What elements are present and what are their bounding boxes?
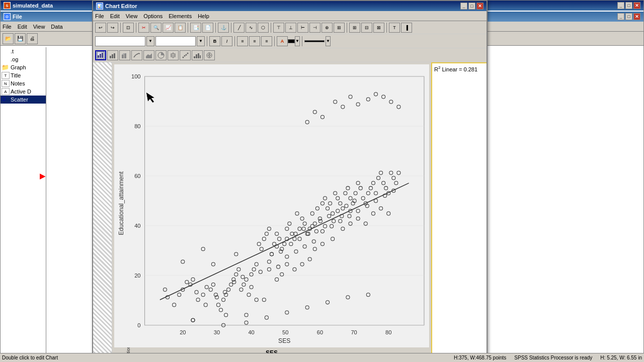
ce-minimize-btn[interactable]: _ — [460, 3, 467, 10]
print-btn[interactable]: 🖨 — [27, 33, 38, 44]
font-name-input[interactable] — [95, 36, 145, 46]
scatter-btn[interactable] — [180, 50, 191, 60]
nav-icon-graph: 📁 — [2, 64, 10, 71]
align-ctr-btn[interactable]: ⊕ — [321, 23, 333, 33]
nav-item-title[interactable]: T Title — [1, 71, 46, 79]
chart-editor-window: 📊 Chart Editor _ □ ✕ File Edit View Opti… — [92, 0, 488, 359]
spss-tab-label: simulated_data — [13, 3, 53, 9]
anchor-btn[interactable]: ⚓ — [218, 23, 229, 33]
font-color-dropdown[interactable]: ▼ — [295, 36, 300, 46]
save-btn[interactable]: 💾 — [15, 33, 26, 44]
ce-menu-edit[interactable]: Edit — [110, 13, 120, 19]
italic-btn[interactable]: I — [221, 36, 232, 46]
ce-menu-file[interactable]: File — [95, 13, 104, 19]
copy-chart-btn[interactable]: 📋 — [175, 23, 186, 33]
redo-btn[interactable]: ↪ — [107, 23, 118, 33]
ce-close-btn[interactable]: ✕ — [476, 3, 484, 10]
maximize-btn[interactable]: □ — [625, 2, 632, 9]
svg-text:40: 40 — [248, 329, 254, 335]
line-style-dropdown[interactable]: ▼ — [326, 36, 331, 46]
align-right-btn[interactable]: ⊞ — [334, 23, 345, 33]
ce-menu-elements[interactable]: Elements — [169, 13, 192, 19]
open-btn[interactable]: 📂 — [3, 33, 14, 44]
ce-menu-options[interactable]: Options — [143, 13, 163, 19]
svg-rect-22 — [198, 53, 199, 58]
align-center-text-btn[interactable]: ≡ — [249, 36, 260, 46]
nav-item-notes[interactable]: N Notes — [1, 79, 46, 87]
chart-left-hatch: Educational_attainment — [93, 62, 112, 358]
align-top-btn[interactable]: ⊤ — [273, 23, 284, 33]
histogram-btn[interactable] — [192, 50, 203, 60]
curve-tool-btn[interactable]: ∿ — [246, 23, 257, 33]
font-size-input[interactable] — [155, 36, 196, 46]
close-btn[interactable]: ✕ — [633, 2, 640, 9]
svg-point-19 — [187, 52, 189, 54]
nav-item-graph[interactable]: 📁 Graph — [1, 63, 46, 71]
global-statusbar: Double click to edit Chart H:375, W:468.… — [0, 353, 644, 362]
pie-chart-btn[interactable] — [155, 50, 167, 60]
svg-rect-3 — [102, 53, 103, 58]
svg-rect-1 — [98, 55, 99, 58]
r2-text: Linear = 0.281 — [442, 66, 477, 72]
output-icon: O — [4, 13, 11, 20]
more-charts-btn[interactable] — [204, 50, 215, 60]
boxplot-btn[interactable] — [168, 50, 179, 60]
out-close-btn[interactable]: ✕ — [633, 13, 640, 20]
nav-icon-notes: N — [2, 80, 10, 87]
bar-simple-btn[interactable] — [107, 50, 118, 60]
copy-props-btn[interactable]: 📄 — [202, 23, 213, 33]
nav-item-t[interactable]: .t — [1, 47, 46, 55]
ruler-btn[interactable]: ⊠ — [373, 23, 384, 33]
menu-data[interactable]: Data — [51, 24, 62, 30]
line-chart-btn[interactable] — [131, 50, 142, 60]
ce-restore-btn[interactable]: □ — [468, 3, 475, 10]
nav-item-og[interactable]: .og — [1, 55, 46, 63]
chart-type-btn[interactable]: 📈 — [163, 23, 174, 33]
poly-tool-btn[interactable]: ⬡ — [258, 23, 269, 33]
svg-text:60: 60 — [317, 329, 323, 335]
nav-icon-title: T — [2, 72, 10, 79]
ce-menu-help[interactable]: Help — [198, 13, 209, 19]
text-btn[interactable]: T — [389, 23, 400, 33]
area-chart-btn[interactable] — [143, 50, 154, 60]
left-nav-panel: .t .og 📁 Graph T Title N Notes A Active … — [1, 47, 46, 362]
nav-label-active: Active D — [11, 88, 31, 95]
menu-edit[interactable]: Edit — [18, 24, 27, 30]
menu-view[interactable]: View — [33, 24, 45, 30]
r2-superscript: 2 — [438, 65, 440, 70]
font-color-swatch[interactable] — [288, 39, 295, 43]
font-size-dropdown[interactable]: ▼ — [197, 36, 205, 46]
font-name-dropdown[interactable]: ▼ — [146, 36, 154, 46]
font-color-btn[interactable]: A — [277, 36, 288, 46]
bold-btn[interactable]: B — [209, 36, 220, 46]
grid2-btn[interactable]: ⊟ — [361, 23, 372, 33]
chart-toolbar-main: ↩ ↪ ⊡ ✂ 🔍 📈 📋 📑 📄 ⚓ ╱ ∿ ⬡ ⊤ ⊥ ⊢ ⊣ ⊕ — [93, 21, 487, 34]
nav-item-scatter[interactable]: ⬡ Scatter — [1, 96, 46, 104]
menu-file[interactable]: File — [3, 24, 12, 30]
cut-btn[interactable]: ✂ — [138, 23, 149, 33]
minimize-btn[interactable]: _ — [617, 2, 624, 9]
chart-editor-titlebar: 📊 Chart Editor _ □ ✕ — [93, 1, 487, 11]
select-all-btn[interactable]: ⊡ — [123, 23, 134, 33]
undo-btn[interactable]: ↩ — [95, 23, 106, 33]
ce-menu-view[interactable]: View — [126, 13, 138, 19]
paste-props-btn[interactable]: 📑 — [190, 23, 201, 33]
bar-3d-btn[interactable] — [119, 50, 130, 60]
line-style-preview[interactable] — [304, 40, 325, 42]
nav-item-active[interactable]: A Active D — [1, 87, 46, 96]
out-minimize-btn[interactable]: _ — [617, 13, 624, 20]
align-left-text-btn[interactable]: ≡ — [237, 36, 248, 46]
align-mid-btn[interactable]: ⊥ — [285, 23, 296, 33]
highlight-btn[interactable]: 🔍 — [150, 23, 162, 33]
select-chart-btn[interactable] — [95, 50, 106, 60]
line-tool-btn[interactable]: ╱ — [233, 23, 245, 33]
nav-label-graph: Graph — [11, 64, 26, 70]
grid-btn[interactable]: ⊞ — [349, 23, 360, 33]
align-bot-btn[interactable]: ⊢ — [297, 23, 308, 33]
bar-btn[interactable]: ▐ — [401, 23, 412, 33]
nav-label-t: .t — [11, 48, 14, 54]
align-left-btn[interactable]: ⊣ — [309, 23, 320, 33]
out-maximize-btn[interactable]: □ — [625, 13, 632, 20]
scatter-canvas[interactable]: 100 80 60 40 20 0 20 30 40 50 60 70 80 — [114, 64, 429, 347]
align-right-text-btn[interactable]: ≡ — [261, 36, 272, 46]
